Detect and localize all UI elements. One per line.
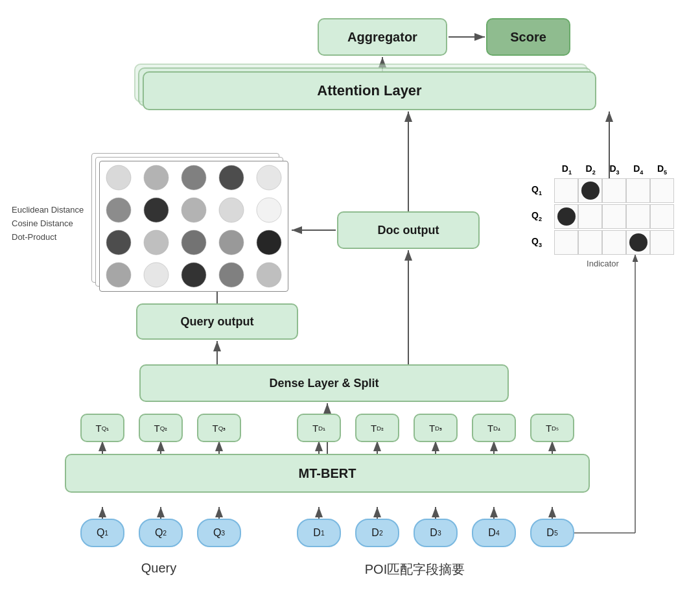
token-td2: TD₂ [355, 414, 399, 442]
aggregator-box: Aggregator [318, 18, 447, 56]
input-d5: D5 [530, 519, 574, 547]
input-q1: Q1 [80, 519, 124, 547]
mt-bert-box: MT-BERT [65, 454, 590, 493]
input-d2: D2 [355, 519, 399, 547]
token-td1: TD₁ [297, 414, 341, 442]
ind-col-d5: D5 [650, 163, 674, 176]
input-q3: Q3 [197, 519, 241, 547]
input-d1: D1 [297, 519, 341, 547]
input-d4: D4 [472, 519, 516, 547]
token-td4: TD₄ [472, 414, 516, 442]
ind-col-d4: D4 [626, 163, 650, 176]
dense-layer-box: Dense Layer & Split [139, 364, 509, 402]
query-output-box: Query output [136, 303, 298, 340]
cosine-label: Cosine Distance [12, 218, 84, 228]
attention-layer-box: Attention Layer [143, 71, 596, 110]
token-tq3: TQ₃ [197, 414, 241, 442]
token-td3: TD₃ [414, 414, 458, 442]
input-d3: D3 [414, 519, 458, 547]
token-tq2: TQ₂ [139, 414, 183, 442]
ind-col-d3: D3 [603, 163, 627, 176]
input-q2: Q2 [139, 519, 183, 547]
token-td5: TD₅ [530, 414, 574, 442]
euclidean-label: Euclidean Distance [12, 205, 84, 215]
doc-output-box: Doc output [337, 211, 480, 249]
ind-col-d1: D1 [555, 163, 579, 176]
indicator-grid: Q1Q2Q3 [531, 178, 674, 255]
query-label: Query [120, 561, 198, 576]
dot-matrix [99, 161, 288, 292]
indicator-label: Indicator [531, 259, 674, 268]
distance-labels: Euclidean Distance Cosine Distance Dot-P… [12, 205, 84, 242]
score-box: Score [486, 18, 570, 56]
token-tq1: TQ₁ [80, 414, 124, 442]
dotproduct-label: Dot-Product [12, 232, 84, 242]
ind-col-d2: D2 [579, 163, 603, 176]
poi-label: POI匹配字段摘要 [324, 561, 506, 578]
indicator-container: D1 D2 D3 D4 D5 Q1Q2Q3 Indicator [531, 163, 674, 268]
